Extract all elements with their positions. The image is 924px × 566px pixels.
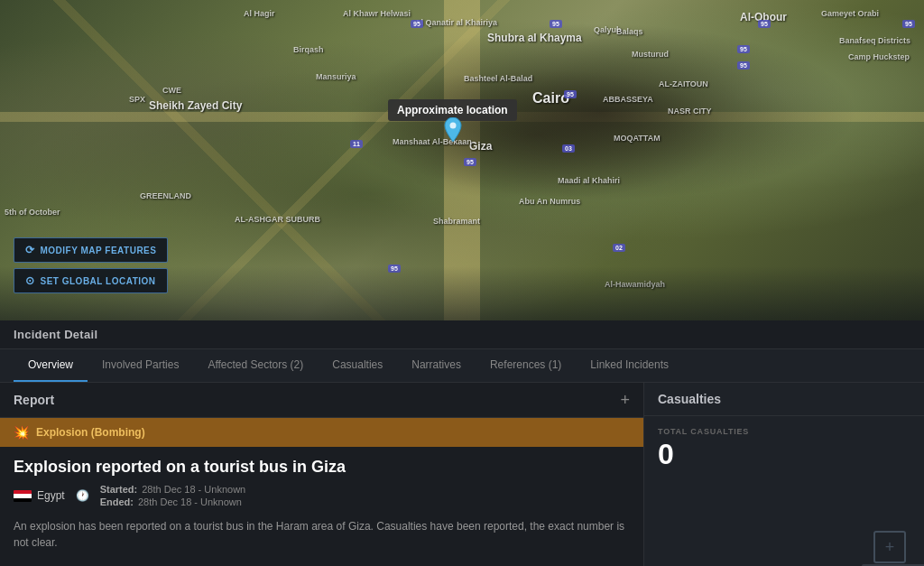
tabs-container: OverviewInvolved PartiesAffected Sectors… [14, 349, 683, 382]
explosion-badge: 💥 Explosion (Bombing) [0, 418, 643, 447]
explosion-icon: 💥 [14, 425, 29, 440]
approx-label: Approximate location [397, 104, 508, 116]
country-name: Egypt [37, 489, 65, 502]
incident-bar-title: Incident Detail [14, 328, 97, 341]
started-label: Started: [100, 484, 138, 495]
modify-map-button[interactable]: ⟳ MODIFY MAP FEATURES [14, 237, 168, 263]
ended-label: Ended: [100, 496, 134, 507]
set-global-location-button[interactable]: ⊙ SET GLOBAL LOCATION [14, 268, 168, 293]
road-badge-r10: 95 [564, 90, 577, 98]
ended-value: 28th Dec 18 - Unknown [138, 496, 242, 507]
tab-casualties[interactable]: Casualties [318, 349, 397, 382]
location-icon: ⊙ [25, 274, 35, 287]
road-badge-r5: 03 [562, 144, 575, 153]
incident-meta: Egypt 🕐 Started: 28th Dec 18 - Unknown E… [0, 480, 643, 511]
total-casualties-number: 0 [658, 440, 910, 469]
incident-detail-bar: Incident Detail [0, 320, 924, 349]
egypt-flag [14, 490, 32, 502]
map-section: CairoGizaShubra al KhaymaQalyubAl-ObourN… [0, 0, 924, 320]
country-flag: Egypt [14, 489, 65, 502]
report-title: Report [14, 393, 54, 407]
location-pin [442, 117, 464, 143]
casualties-header: Casualties [644, 383, 924, 416]
report-add-button[interactable]: + [620, 392, 630, 408]
modify-map-label: MODIFY MAP FEATURES [41, 246, 157, 255]
report-panel: Report + 💥 Explosion (Bombing) Explosion… [0, 383, 644, 566]
road-badge-r11: 95 [737, 45, 750, 53]
total-casualties-label: TOTAL CASUALTIES [658, 427, 910, 436]
started-value: 28th Dec 18 - Unknown [142, 484, 245, 495]
started-row: Started: 28th Dec 18 - Unknown [100, 484, 246, 495]
tab-references[interactable]: References (1) [476, 349, 576, 382]
road-badge-r9: 11 [350, 140, 363, 148]
modify-map-icon: ⟳ [25, 244, 35, 256]
road-badge-r6: 95 [464, 158, 476, 166]
road-badge-r8: 95 [388, 264, 401, 273]
incident-title: Explosion reported on a tourist bus in G… [0, 447, 643, 480]
date-info: Started: 28th Dec 18 - Unknown Ended: 28… [100, 484, 246, 507]
incident-description: An explosion has been reported on a tour… [0, 511, 643, 558]
content-area: Report + 💥 Explosion (Bombing) Explosion… [0, 383, 924, 566]
svg-point-0 [450, 123, 457, 129]
casualties-panel: Casualties TOTAL CASUALTIES 0 + No Casua… [644, 383, 924, 566]
road-badge-r4: 95 [902, 20, 915, 28]
tab-affected-sectors[interactable]: Affected Sectors (2) [193, 349, 318, 382]
road-badge-r2: 95 [550, 20, 562, 28]
road-badge-r1: 95 [411, 20, 423, 28]
road-badge-r3: 95 [758, 20, 771, 28]
road-badge-r12: 95 [737, 61, 750, 70]
clock-icon: 🕐 [76, 489, 89, 502]
set-location-label: SET GLOBAL LOCATION [41, 276, 156, 286]
incident-type-label: Explosion (Bombing) [36, 426, 145, 439]
road-badge-r7: 02 [613, 244, 625, 252]
casualties-content: TOTAL CASUALTIES 0 [644, 416, 924, 479]
tab-linked-incidents[interactable]: Linked Incidents [576, 349, 683, 382]
report-header: Report + [0, 383, 643, 418]
tab-involved-parties[interactable]: Involved Parties [88, 349, 193, 382]
tabs-section: OverviewInvolved PartiesAffected Sectors… [0, 349, 924, 383]
ended-row: Ended: 28th Dec 18 - Unknown [100, 496, 246, 507]
medical-plus-icon: + [873, 531, 906, 563]
tab-overview[interactable]: Overview [14, 349, 88, 382]
tab-narratives[interactable]: Narratives [397, 349, 476, 382]
map-buttons: ⟳ MODIFY MAP FEATURES ⊙ SET GLOBAL LOCAT… [14, 237, 168, 293]
